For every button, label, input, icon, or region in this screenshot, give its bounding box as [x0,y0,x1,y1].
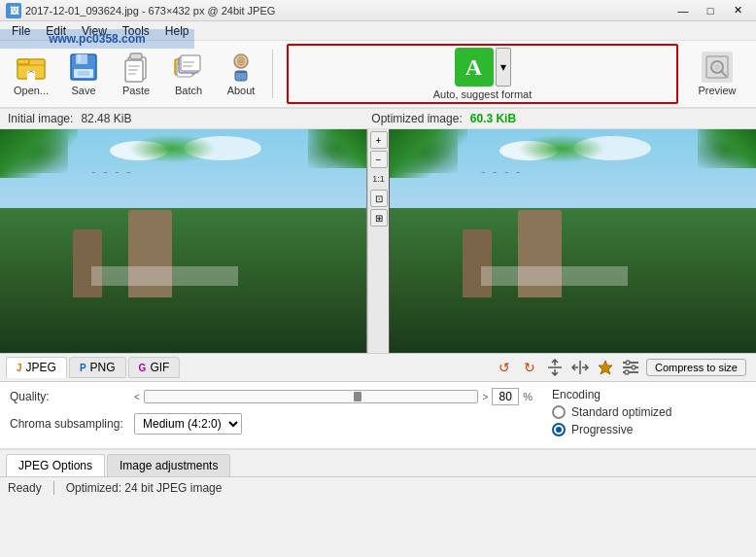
png-tab-label: PNG [90,361,116,374]
open-button[interactable]: Open... [6,46,56,102]
flip-vertical-button[interactable] [545,358,565,377]
chroma-select[interactable]: None (4:4:4) Low (4:2:2) Medium (4:2:0) … [134,413,242,435]
fit-button[interactable]: ⊡ [370,190,388,207]
standard-optimized-radio[interactable] [552,405,566,419]
quality-slider-container: < > 80 % [134,388,533,405]
svg-rect-19 [183,65,192,67]
progressive-radio-row: Progressive [552,423,746,436]
tab-jpeg[interactable]: J JPEG [6,357,67,378]
images-container: ~ ~ ~ ~ + − 1:1 ⊡ ⊞ ~ ~ ~ ~ [0,129,756,353]
settings-icon-button[interactable] [621,358,640,377]
status-bar: Ready Optimized: 24 bit JPEG image [0,476,756,498]
app-icon: 🖼 [6,3,21,18]
action-buttons-row: ↺ ↻ Compress to size [182,358,750,377]
tab-gif[interactable]: G GIF [128,357,181,378]
quality-decrease-button[interactable]: < [134,392,140,402]
svg-rect-7 [78,71,89,76]
auto-dropdown-arrow[interactable]: ▾ [496,48,511,87]
redo-button[interactable]: ↻ [520,358,539,377]
gif-icon: G [139,363,147,373]
auto-suggest-area: A ▾ Auto, suggest format [287,44,678,104]
original-image-panel: ~ ~ ~ ~ [0,129,366,353]
zoom-in-button[interactable]: + [370,131,388,149]
svg-point-33 [625,370,629,374]
close-button[interactable]: ✕ [725,2,750,19]
svg-point-32 [632,366,636,369]
title-bar: 🖼 2017-12-01_093624.jpg - 673×432 px @ 2… [0,0,756,21]
toolbar: Open... Save Paste [0,41,756,109]
title-bar-left: 🖼 2017-12-01_093624.jpg - 673×432 px @ 2… [6,3,275,18]
svg-rect-13 [128,73,136,75]
auto-suggest-button[interactable]: A ▾ Auto, suggest format [433,48,533,100]
optimized-image-label: Optimized image: [371,112,462,125]
batch-icon [173,52,204,83]
about-label: About [227,85,256,96]
save-label: Save [71,85,95,96]
radio-dot [556,427,562,433]
chroma-label: Chroma subsampling: [10,417,126,431]
save-button[interactable]: Save [58,46,109,102]
preview-icon [702,52,733,83]
slider-thumb [354,392,361,401]
preview-label: Preview [698,85,736,96]
tab-image-adjustments[interactable]: Image adjustments [107,454,230,476]
preview-button[interactable]: Preview [688,46,746,102]
jpeg-tab-label: JPEG [26,361,56,374]
tab-png[interactable]: P PNG [69,357,126,378]
watermark: www.pc0358.com [0,29,194,49]
quality-percent-label: % [523,391,533,402]
chroma-setting-row: Chroma subsampling: None (4:4:4) Low (4:… [10,413,533,435]
auto-format-icon: A [455,48,494,87]
window-title: 2017-12-01_093624.jpg - 673×432 px @ 24b… [25,5,275,17]
info-bar: Initial image: 82.48 KiB Optimized image… [0,109,756,129]
flip-horizontal-button[interactable] [570,358,590,377]
format-tabs-bar: J JPEG P PNG G GIF ↺ ↻ [0,353,756,382]
undo-button[interactable]: ↺ [495,358,514,377]
svg-rect-11 [128,65,140,67]
maximize-button[interactable]: □ [698,2,723,19]
star-button[interactable] [596,358,615,377]
save-icon [68,52,99,83]
quality-slider[interactable] [144,390,479,403]
batch-label: Batch [175,85,202,96]
encoding-title: Encoding [552,388,746,401]
svg-rect-18 [183,61,194,63]
svg-rect-1 [17,59,29,64]
quality-label: Quality: [10,390,126,403]
optimized-image: ~ ~ ~ ~ [390,129,756,353]
auto-icon-wrapper: A ▾ [455,48,511,87]
quality-setting-row: Quality: < > 80 % [10,388,533,405]
svg-marker-27 [599,361,612,374]
optimized-image-panel: ~ ~ ~ ~ [388,129,756,353]
paste-label: Paste [122,85,150,96]
svg-rect-5 [78,54,81,62]
quality-increase-button[interactable]: > [482,392,488,402]
bottom-tabs: JPEG Options Image adjustments [0,449,756,476]
status-separator [53,481,54,495]
minimize-button[interactable]: — [670,2,696,19]
svg-rect-12 [128,69,138,71]
zoom-out-button[interactable]: − [370,151,388,168]
zoom-ratio-label: 1:1 [372,174,385,184]
batch-button[interactable]: Batch [163,46,214,102]
progressive-radio[interactable] [552,423,566,436]
standard-optimized-label: Standard optimized [571,405,671,419]
fit2-button[interactable]: ⊞ [370,209,388,226]
compress-to-size-button[interactable]: Compress to size [646,359,746,376]
standard-optimized-radio-row: Standard optimized [552,405,746,419]
about-button[interactable]: About [216,46,266,102]
original-image: ~ ~ ~ ~ [0,129,366,353]
initial-image-value: 82.48 KiB [81,112,131,125]
gif-tab-label: GIF [150,361,169,374]
png-icon: P [80,363,86,373]
settings-left-panel: Quality: < > 80 % Chroma subsampling: No… [10,388,533,442]
zoom-toolbar: + − 1:1 ⊡ ⊞ [367,129,389,353]
optimized-status: Optimized: 24 bit JPEG image [66,481,223,495]
tab-jpeg-options[interactable]: JPEG Options [6,454,105,476]
about-icon [225,52,257,83]
settings-right-panel: Encoding Standard optimized Progressive [552,388,746,442]
paste-icon [120,52,152,83]
paste-button[interactable]: Paste [111,46,161,102]
optimized-image-value: 60.3 KiB [470,112,516,125]
initial-image-label: Initial image: [8,112,73,125]
